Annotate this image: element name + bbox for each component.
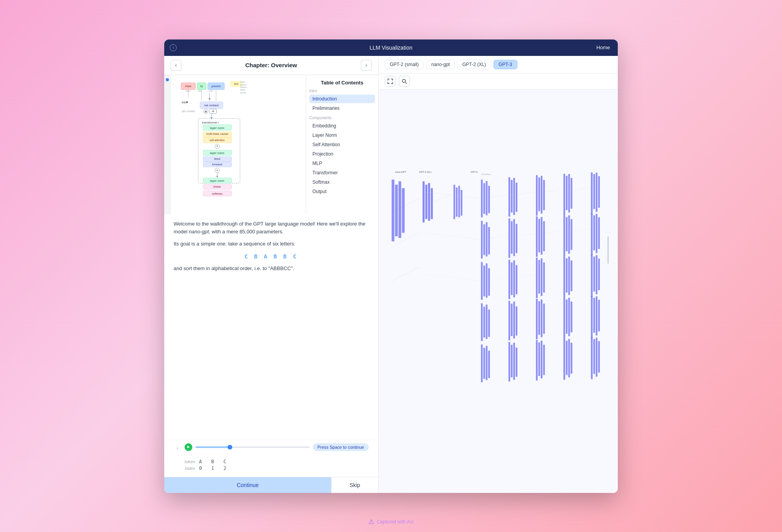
svg-text:How: How [185,84,192,88]
title-bar: i LLM Visualization Home [164,39,618,56]
svg-text:softmax: softmax [212,192,222,195]
svg-rect-100 [591,172,592,214]
toc-item-output[interactable]: Output [309,187,375,196]
svg-text:GPT-2 (XL): GPT-2 (XL) [419,170,431,173]
svg-text:layer norm: layer norm [210,179,224,182]
svg-rect-120 [570,219,572,250]
chapter-title: Chapter: Overview [245,62,297,68]
svg-text:⊕: ⊕ [204,109,207,113]
svg-rect-172 [516,348,517,377]
svg-rect-162 [593,297,595,333]
svg-rect-102 [596,172,597,211]
svg-text:pos embed: pos embed [182,109,195,113]
svg-text:tok embed: tok embed [204,104,219,107]
svg-rect-82 [486,181,487,215]
prev-button[interactable]: ‹ [170,60,181,71]
svg-text:+: + [216,144,218,148]
next-button[interactable]: › [361,60,372,71]
progress-bar[interactable] [196,446,310,448]
tab-nano-gpt[interactable]: nano-gpt [426,60,455,69]
toc-item-layer-norm[interactable]: Layer Norm [309,131,375,140]
index-cell-1: 1 [211,466,214,471]
footer: Captured with Arc [368,519,414,525]
home-link[interactable]: Home [596,45,610,50]
toc-item-preliminaries[interactable]: Preliminaries [309,104,375,113]
svg-line-108 [490,233,505,240]
svg-text:2420: 2420 [240,81,246,83]
svg-marker-57 [187,446,190,448]
svg-rect-118 [566,217,567,251]
toc-item-softmax[interactable]: Softmax [309,178,375,186]
play-button[interactable] [185,443,192,451]
index-cell-2: 2 [223,466,226,471]
flowchart-container: How to predict text 2420 16326 tokens 29… [170,75,306,214]
svg-point-200 [371,520,371,521]
svg-rect-85 [508,177,510,217]
chapter-header: ‹ Chapter: Overview › [164,56,378,75]
svg-rect-134 [538,260,540,294]
right-panel: GPT-2 (small) nano-gpt GPT-2 (XL) GPT-3 [378,56,618,493]
bottom-buttons: Continue Skip [164,477,378,493]
svg-text:forward: forward [212,163,222,166]
svg-rect-139 [568,256,570,295]
svg-rect-145 [481,303,482,341]
skip-button[interactable]: Skip [331,477,378,493]
svg-rect-161 [591,296,592,338]
tab-gpt2-small[interactable]: GPT-2 (small) [385,60,424,69]
tab-gpt2-xl[interactable]: GPT-2 (XL) [457,60,491,69]
toc-item-self-attention[interactable]: Self Attention [309,140,375,149]
svg-rect-164 [598,299,600,331]
intro-para-2: Its goal is a simple one: take a sequenc… [174,240,369,248]
toc-item-projection[interactable]: Projection [309,150,375,158]
toc-panel: Table of Contents Intro Introduction Pre… [306,75,378,214]
svg-rect-179 [568,339,570,377]
progress-thumb [228,445,232,450]
svg-rect-68 [395,184,398,236]
svg-rect-126 [483,265,485,296]
tab-gpt3[interactable]: GPT-3 [493,60,517,69]
svg-rect-96 [566,176,567,210]
token-row-values: token A B C [174,459,369,464]
svg-rect-106 [486,222,487,256]
toc-item-transformer[interactable]: Transformer [309,168,375,177]
neural-network-viz: nano-GPT GPT-2 (XL) GPT-3 175 billion... [385,96,612,487]
diagram-area: How to predict text 2420 16326 tokens 29… [164,75,378,214]
svg-text:transformer i: transformer i [202,120,219,124]
flowchart-svg: How to predict text 2420 16326 tokens 29… [175,80,301,209]
svg-rect-97 [568,174,570,212]
search-button[interactable] [399,76,410,87]
below-progress-text: We call each of these letters a token, a… [164,454,378,457]
index-row-values: index 0 1 2 [174,466,369,471]
svg-rect-110 [511,221,513,253]
svg-rect-175 [541,340,542,378]
expand-button[interactable] [385,76,396,87]
intro-para-3: and sort them in alphabetical order, i.e… [174,265,369,273]
progress-area: ↓ Press Space to continue [164,440,378,454]
toc-item-introduction[interactable]: Introduction [309,95,375,103]
svg-rect-176 [543,345,545,375]
svg-text:layer norm: layer norm [210,126,224,129]
continue-button[interactable]: Continue [164,477,331,493]
model-tabs-header: GPT-2 (small) nano-gpt GPT-2 (XL) GPT-3 [378,56,618,73]
svg-rect-71 [423,181,425,222]
svg-rect-72 [425,184,427,219]
svg-text:to: to [200,84,203,88]
svg-line-75 [433,195,450,202]
svg-rect-173 [536,340,538,380]
toc-item-embedding[interactable]: Embedding [309,122,375,130]
svg-text:multi-head, causal: multi-head, causal [206,133,228,135]
svg-rect-115 [541,217,542,255]
step-back-button[interactable]: ↓ [174,443,181,451]
toc-item-mlp[interactable]: MLP [309,159,375,168]
svg-rect-113 [536,216,538,257]
svg-text:words: words [240,91,246,94]
svg-rect-152 [516,306,517,335]
svg-text:4331: 4331 [208,90,213,92]
svg-rect-78 [458,186,460,217]
svg-rect-76 [454,184,455,219]
svg-rect-137 [563,256,565,297]
svg-text:tokens: tokens [240,86,247,88]
svg-text:layer norm: layer norm [210,151,224,154]
svg-rect-167 [486,346,487,380]
svg-rect-130 [511,262,513,295]
